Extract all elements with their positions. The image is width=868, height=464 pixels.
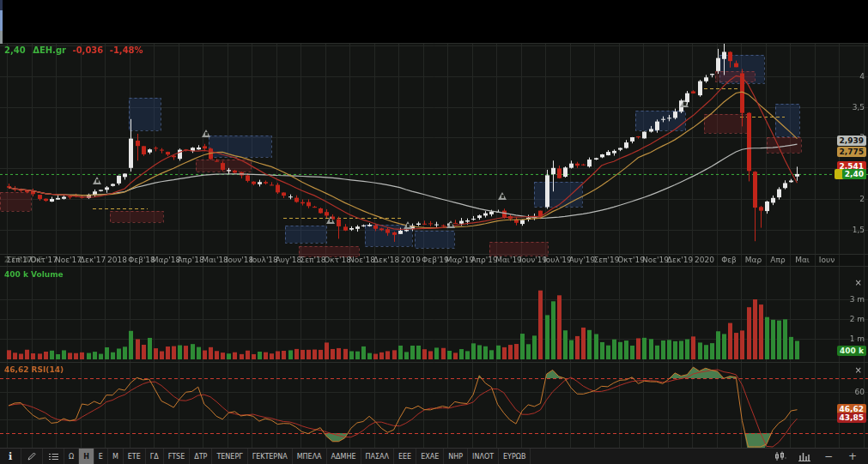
- ticker-button-ΕΕΕ[interactable]: ΕΕΕ: [394, 449, 416, 464]
- date-axis-label: Αυγ'19: [569, 256, 596, 264]
- date-axis-label: Αυγ'18: [276, 256, 302, 264]
- date-axis-label: Ιουλ'19: [543, 256, 572, 264]
- date-axis-label: Νοε'19: [642, 256, 669, 264]
- date-axis-label: Σεπ'17: [7, 256, 33, 264]
- symbol-name: ΔΕΗ.gr: [33, 45, 66, 55]
- last-price-text: 2,40: [4, 45, 26, 55]
- ticker-button-ΙΝΛΟΤ[interactable]: ΙΝΛΟΤ: [468, 449, 499, 464]
- list-icon: [48, 452, 59, 461]
- date-axis-label: Οκτ'19: [617, 256, 645, 264]
- price-change-percent: -1,48%: [110, 45, 143, 55]
- date-axis-label: Μαρ'19: [446, 256, 474, 264]
- volume-pane-label: 400 k Volume: [4, 270, 64, 279]
- price-axis-tick: 1,5: [853, 226, 865, 234]
- ma-mid-badge: 2,775: [837, 147, 866, 157]
- date-axis-label: Ιουν: [819, 256, 835, 264]
- price-axis-tick: 4: [859, 72, 865, 81]
- rsi-axis-tick: 60: [855, 388, 865, 396]
- date-axis-label: 2019: [401, 256, 421, 264]
- price-axis-tick: 2: [859, 195, 865, 203]
- date-axis-label: Σεπ'18: [300, 256, 326, 264]
- chart-type-controls: − +: [770, 449, 868, 464]
- candlestick-chart-button[interactable]: [770, 451, 791, 461]
- date-axis-label: Ιουλ'18: [250, 256, 278, 264]
- bar-chart-button[interactable]: [794, 451, 815, 461]
- ticker-button-ΕΧΑΕ[interactable]: ΕΧΑΕ: [416, 449, 444, 464]
- bar-chart-icon: [798, 451, 810, 461]
- timeframe-button-Ε[interactable]: Ε: [94, 449, 108, 464]
- rsi-pane-close-icon[interactable]: ×: [855, 366, 862, 375]
- date-axis-label: Μαρ: [745, 256, 762, 264]
- date-axis-label: Φεβ: [721, 256, 737, 264]
- zoom-out-button[interactable]: −: [818, 450, 839, 462]
- volume-axis-tick: 3 m: [850, 295, 865, 304]
- ticker-button-FTSE[interactable]: FTSE: [164, 449, 190, 464]
- volume-badge: 400 k: [837, 346, 866, 356]
- date-axis-label: Μαρ'18: [152, 256, 180, 264]
- info-button[interactable]: i: [0, 449, 21, 464]
- bottom-toolbar: i ΩΗΕΜΕΤΕΓΔFTSEΔΤΡΤΕΝΕΡΓΓΕΚΤΕΡΝΑΜΠΕΛΑΑΔΜ…: [0, 448, 868, 464]
- volume-axis-tick: 1 m: [850, 334, 865, 343]
- draw-button[interactable]: [21, 449, 43, 464]
- watchlist-button[interactable]: [43, 449, 64, 464]
- date-axis-label: 2020: [695, 256, 714, 264]
- ticker-button-ΕΤΕ[interactable]: ΕΤΕ: [124, 449, 146, 464]
- minus-icon: −: [824, 450, 833, 462]
- ticker-button-ΜΠΕΛΑ[interactable]: ΜΠΕΛΑ: [293, 449, 327, 464]
- candlestick-chart-icon: [774, 451, 786, 461]
- ticker-button-ΑΔΜΗΕ[interactable]: ΑΔΜΗΕ: [327, 449, 361, 464]
- date-axis-label: Απρ'19: [470, 256, 497, 264]
- date-axis-label: 2018: [107, 256, 127, 264]
- scrollbar-track-lower: [0, 31, 3, 44]
- price-axis-tick: 3,5: [853, 103, 865, 111]
- date-axis-label: Μαι'18: [202, 256, 228, 264]
- date-axis-label: Δεκ'18: [373, 256, 399, 264]
- date-axis-label: Δεκ'17: [80, 256, 106, 264]
- ticker-button-ΠΑΣΑΛ[interactable]: ΠΑΣΑΛ: [361, 449, 395, 464]
- ticker-button-ΓΕΚΤΕΡΝΑ[interactable]: ΓΕΚΤΕΡΝΑ: [248, 449, 293, 464]
- date-axis-label: Νοε'18: [349, 256, 375, 264]
- date-axis-label: Σεπ'19: [594, 256, 620, 264]
- timeframe-button-Μ[interactable]: Μ: [108, 449, 124, 464]
- zoom-in-button[interactable]: +: [842, 450, 863, 462]
- ticker-button-ΓΔ[interactable]: ΓΔ: [146, 449, 164, 464]
- date-axis-label: Μαι'19: [495, 256, 522, 264]
- ma-slow-badge: 2,939: [837, 136, 866, 146]
- ticker-button-ΔΤΡ[interactable]: ΔΤΡ: [190, 449, 212, 464]
- window-scrollbar[interactable]: [0, 0, 3, 45]
- chart-canvas[interactable]: [0, 0, 868, 464]
- symbol-legend: 2,40 ΔΕΗ.gr -0,036 -1,48%: [4, 45, 143, 55]
- last-price-badge: 2,40: [842, 169, 866, 179]
- timeframe-button-Ω[interactable]: Ω: [64, 449, 79, 464]
- rsi-signal-badge: 43,85: [837, 413, 866, 423]
- date-axis-label: Απρ'18: [177, 256, 203, 264]
- volume-axis-tick: 2 m: [850, 315, 865, 323]
- pencil-icon: [27, 451, 37, 461]
- date-axis-label: Οκτ'18: [324, 256, 351, 264]
- ticker-button-ΤΕΝΕΡΓ[interactable]: ΤΕΝΕΡΓ: [212, 449, 247, 464]
- date-axis-label: Οκτ'17: [30, 256, 58, 264]
- scrollbar-thumb[interactable]: [0, 10, 3, 31]
- scrollbar-track: [0, 0, 3, 10]
- date-axis-label: Μαι: [795, 256, 810, 264]
- date-axis-label: Απρ: [770, 256, 785, 264]
- volume-pane-close-icon[interactable]: ×: [855, 279, 862, 287]
- date-axis-label: Νοε'17: [55, 256, 82, 264]
- plus-icon: +: [848, 450, 857, 462]
- price-change: -0,036: [72, 45, 103, 55]
- rsi-pane-label: 46,62 RSI(14): [4, 365, 64, 374]
- trading-app-window: { "legend": {"price":"2,40","symbol":"ΔΕ…: [0, 0, 868, 464]
- date-axis-label: Δεκ'19: [667, 256, 693, 264]
- ticker-button-ΕΥΡΩΒ[interactable]: ΕΥΡΩΒ: [499, 449, 531, 464]
- timeframe-button-Η[interactable]: Η: [79, 449, 94, 464]
- ticker-button-ΝΗΡ[interactable]: ΝΗΡ: [444, 449, 468, 464]
